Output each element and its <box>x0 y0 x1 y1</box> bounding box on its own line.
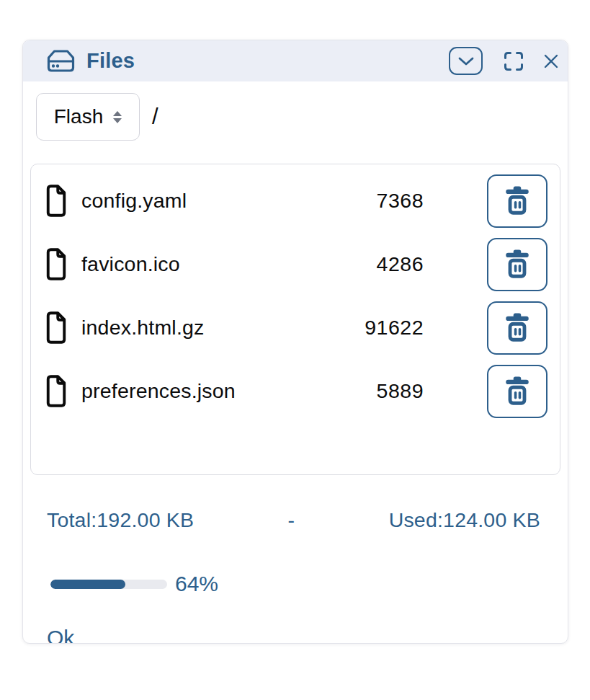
file-icon <box>43 184 69 218</box>
storage-separator: - <box>288 508 295 532</box>
file-icon <box>43 247 69 281</box>
file-name: favicon.ico <box>81 252 330 276</box>
usage-progress-bar <box>50 580 167 589</box>
storage-usage: 64% <box>50 572 560 596</box>
fullscreen-icon <box>504 52 523 71</box>
delete-file-button[interactable] <box>487 365 547 418</box>
files-panel: Files <box>22 40 568 644</box>
trash-icon <box>504 249 531 280</box>
delete-file-button[interactable] <box>487 301 547 355</box>
file-size: 91622 <box>330 316 424 340</box>
close-icon <box>544 54 558 68</box>
file-row: config.yaml 7368 <box>43 174 547 228</box>
status-text: Ok <box>47 626 74 644</box>
file-name: index.html.gz <box>81 316 330 340</box>
usage-percent: 64% <box>175 572 218 596</box>
file-name: preferences.json <box>81 379 330 403</box>
current-path: / <box>152 104 158 130</box>
storage-summary: Total:192.00 KB - Used:124.00 KB <box>47 508 540 532</box>
chevron-down-icon <box>458 57 474 66</box>
delete-file-button[interactable] <box>487 174 547 228</box>
panel-title: Files <box>86 49 135 73</box>
delete-file-button[interactable] <box>487 238 547 291</box>
close-button[interactable] <box>543 53 559 69</box>
file-list: config.yaml 7368 <box>30 164 560 475</box>
toolbar: Flash / <box>36 93 560 141</box>
trash-icon <box>504 313 531 343</box>
trash-icon <box>504 376 531 407</box>
panel-body: Flash / config.yaml 7368 <box>23 81 568 644</box>
file-row: preferences.json 5889 <box>43 364 547 418</box>
storage-total: Total:192.00 KB <box>47 508 194 532</box>
storage-used: Used:124.00 KB <box>389 508 540 532</box>
filesystem-select-value: Flash <box>54 105 103 128</box>
file-icon <box>43 374 69 408</box>
file-icon <box>43 311 69 345</box>
fullscreen-button[interactable] <box>504 52 523 71</box>
file-row: index.html.gz 91622 <box>43 301 547 355</box>
select-arrows-icon <box>113 111 122 123</box>
collapse-button[interactable] <box>449 47 483 75</box>
file-size: 7368 <box>330 189 424 213</box>
file-size: 4286 <box>330 252 424 276</box>
file-name: config.yaml <box>81 189 330 213</box>
progress-fill <box>50 580 125 589</box>
trash-icon <box>504 186 531 216</box>
hard-drive-icon <box>46 49 76 74</box>
file-row: favicon.ico 4286 <box>43 237 547 291</box>
panel-header: Files <box>23 40 568 81</box>
filesystem-select[interactable]: Flash <box>36 93 140 141</box>
file-size: 5889 <box>330 379 424 403</box>
